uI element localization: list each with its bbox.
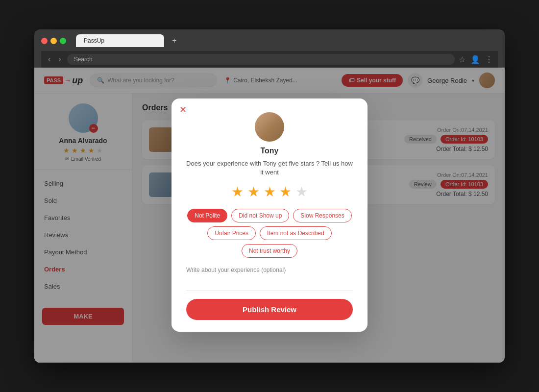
publish-button[interactable]: Publish Review <box>186 299 353 320</box>
tag-unfair-prices[interactable]: Unfair Prices <box>207 226 256 240</box>
browser-actions: ☆ 👤 ⋮ <box>459 55 493 64</box>
modal-avatar <box>255 112 284 142</box>
new-tab-button[interactable]: + <box>172 36 176 45</box>
address-text: Search <box>74 56 93 63</box>
tag-item-not-as-described[interactable]: Item not as Described <box>260 226 332 240</box>
address-bar[interactable]: Search <box>67 54 455 65</box>
title-bar: PassUp + <box>41 34 498 47</box>
modal-username: Tony <box>186 147 353 155</box>
menu-icon[interactable]: ⋮ <box>485 55 493 64</box>
modal-star-4[interactable]: ★ <box>279 184 292 199</box>
modal-star-3[interactable]: ★ <box>264 184 276 199</box>
modal-star-1[interactable]: ★ <box>231 184 244 199</box>
profile-icon[interactable]: 👤 <box>470 55 480 64</box>
maximize-traffic-light[interactable] <box>60 38 66 44</box>
modal-question: Does your experience with Tony get five … <box>186 159 353 177</box>
back-button[interactable]: ‹ <box>46 54 52 65</box>
forward-button[interactable]: › <box>56 54 63 65</box>
bookmark-icon[interactable]: ☆ <box>459 55 466 64</box>
tag-slow-responses[interactable]: Slow Responses <box>293 209 351 222</box>
modal-star-5[interactable]: ★ <box>295 184 308 199</box>
close-traffic-light[interactable] <box>41 38 48 44</box>
review-modal: ✕ Tony Does your experience with Tony ge… <box>172 98 368 332</box>
modal-stars: ★ ★ ★ ★ ★ <box>186 184 353 200</box>
tags-container: Not Polite Did not Show up Slow Response… <box>186 209 353 258</box>
modal-overlay[interactable]: ✕ Tony Does your experience with Tony ge… <box>34 68 505 363</box>
traffic-lights <box>41 38 66 44</box>
write-input[interactable] <box>186 277 353 291</box>
browser-tab[interactable]: PassUp <box>76 34 164 47</box>
browser-controls: ‹ › Search ☆ 👤 ⋮ <box>41 51 498 68</box>
write-label: Write about your experience (optional) <box>186 267 353 273</box>
tag-not-trust-worthy[interactable]: Not trust worthy <box>242 244 297 258</box>
tab-label: PassUp <box>84 37 104 44</box>
modal-close-button[interactable]: ✕ <box>179 105 187 114</box>
modal-star-2[interactable]: ★ <box>247 184 260 199</box>
tag-did-not-show-up[interactable]: Did not Show up <box>231 209 289 222</box>
minimize-traffic-light[interactable] <box>50 38 57 44</box>
tag-not-polite[interactable]: Not Polite <box>187 209 227 222</box>
publish-label: Publish Review <box>243 305 296 314</box>
browser-window: PassUp + ‹ › Search ☆ 👤 ⋮ PASS → up <box>34 29 505 363</box>
modal-avatar-image <box>255 112 284 142</box>
browser-chrome: PassUp + ‹ › Search ☆ 👤 ⋮ <box>34 29 505 68</box>
app-content: PASS → up 🔍 What are you looking for? 📍 … <box>34 68 505 363</box>
